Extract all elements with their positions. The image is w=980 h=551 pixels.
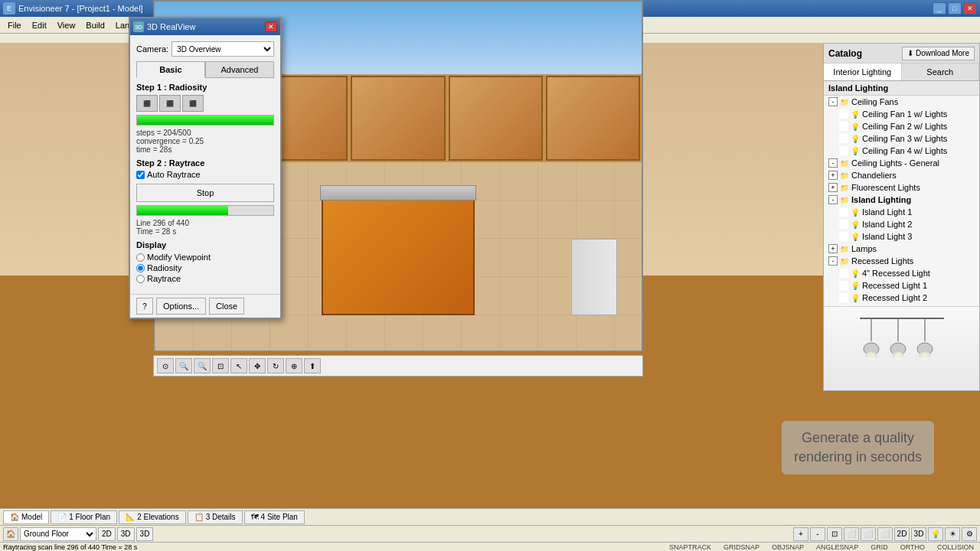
tree-item-0[interactable]: -📁Ceiling Fans [824, 96, 979, 108]
window-controls: _ □ ✕ [933, 2, 977, 15]
status-gridsnap[interactable]: GRIDSNAP [720, 543, 763, 551]
tree-item-2[interactable]: 💡Ceiling Fan 2 w/ Lights [824, 120, 979, 132]
3d-button[interactable]: 3D [117, 527, 135, 541]
tab-elevations-label: 2 Elevations [137, 513, 178, 521]
radio-raytrace-label: Raytrace [147, 274, 181, 283]
select-button[interactable]: ↖ [230, 358, 247, 373]
help-button[interactable]: ? [136, 298, 153, 315]
2d-button[interactable]: 2D [98, 527, 116, 541]
render-overlay: Generate a quality rendering in seconds [782, 421, 934, 474]
tree-expand-13[interactable]: - [828, 256, 838, 266]
tree-item-6[interactable]: +📁Chandeliers [824, 169, 979, 181]
tab-basic[interactable]: Basic [136, 61, 205, 78]
walkthrough-button[interactable]: ⬆ [304, 358, 321, 373]
radio-modify-viewpoint: Modify Viewpoint [136, 253, 274, 262]
status-right: SNAPTRACK GRIDSNAP OBJSNAP ANGLESNAP GRI… [666, 543, 977, 551]
tree-icon-14: 💡 [850, 268, 861, 279]
auto-raytrace-checkbox[interactable] [136, 171, 145, 179]
tab-model[interactable]: 🏠 Model [3, 510, 49, 524]
menu-edit[interactable]: Edit [28, 19, 51, 31]
tab-details[interactable]: 📋 3 Details [188, 510, 243, 524]
zoom-in-toolbar-button[interactable]: + [793, 527, 808, 541]
tree-item-16[interactable]: 💡Recessed Light 2 [824, 292, 979, 304]
tab-site-plan[interactable]: 🗺 4 Site Plan [244, 510, 305, 524]
object-icon-1[interactable]: ⬜ [844, 527, 859, 541]
tree-item-15[interactable]: 💡Recessed Light 1 [824, 279, 979, 292]
status-anglesnap[interactable]: ANGLESNAP [813, 543, 861, 551]
tree-expand-8[interactable]: - [828, 195, 838, 204]
tree-expand-7[interactable]: + [828, 183, 838, 192]
status-collision[interactable]: COLLISION [934, 543, 977, 551]
status-objsnap[interactable]: OBJSNAP [769, 543, 807, 551]
tree-item-7[interactable]: +📁Fluorescent Lights [824, 181, 979, 194]
tree-item-14[interactable]: 💡4" Recessed Light [824, 267, 979, 279]
options-button[interactable]: Options... [156, 298, 206, 315]
perspective-button[interactable]: 3D [136, 527, 154, 541]
tree-label-11: Island Light 3 [862, 232, 912, 241]
light-icon[interactable]: 💡 [928, 527, 943, 541]
camera-select[interactable]: 3D Overview [172, 41, 274, 57]
radio-modify-viewpoint-input[interactable] [136, 253, 145, 262]
step1-info-line3: time = 28s [136, 145, 274, 154]
display-section: Display Modify Viewpoint Radiosity Raytr… [136, 240, 274, 283]
status-snaptrack[interactable]: SNAPTRACK [666, 543, 714, 551]
tab-elevations[interactable]: 📐 2 Elevations [119, 510, 185, 524]
tab-interior-lighting[interactable]: Interior Lighting [824, 64, 902, 80]
minimize-button[interactable]: _ [933, 2, 946, 15]
zoom-fit-button[interactable]: ⊡ [212, 358, 229, 373]
catalog-title: Catalog [828, 48, 862, 59]
maximize-button[interactable]: □ [948, 2, 962, 15]
tree-item-12[interactable]: +📁Lamps [824, 243, 979, 255]
tree-expand-5[interactable]: - [828, 158, 838, 168]
menu-build[interactable]: Build [81, 19, 109, 31]
object-icon-3[interactable]: ⬜ [877, 527, 893, 541]
tree-expand-12[interactable]: + [828, 244, 838, 253]
view-3d-icon[interactable]: 3D [911, 527, 926, 541]
rad-icon-1[interactable]: ⬛ [136, 95, 158, 112]
dialog-body: Camera: 3D Overview Basic Advanced Step … [130, 35, 280, 294]
rotate-button[interactable]: ↻ [267, 358, 284, 373]
tree-item-9[interactable]: 💡Island Light 1 [824, 206, 979, 218]
zoom-in-button[interactable]: 🔍 [175, 358, 192, 373]
orbit-button[interactable]: ⊕ [286, 358, 302, 373]
radio-raytrace-input[interactable] [136, 275, 145, 283]
download-more-button[interactable]: ⬇ Download More [902, 47, 975, 60]
zoom-fit-toolbar-button[interactable]: ⊡ [827, 527, 842, 541]
tree-item-1[interactable]: 💡Ceiling Fan 1 w/ Lights [824, 108, 979, 120]
tree-icon-15: 💡 [850, 280, 861, 291]
status-ortho[interactable]: ORTHO [897, 543, 928, 551]
view-2d-icon[interactable]: 2D [894, 527, 910, 541]
tree-item-8[interactable]: -📁Island Lighting [824, 194, 979, 206]
tree-item-3[interactable]: 💡Ceiling Fan 3 w/ Lights [824, 132, 979, 145]
tree-item-13[interactable]: -📁Recessed Lights [824, 255, 979, 267]
zoom-out-toolbar-button[interactable]: - [810, 527, 825, 541]
radio-radiosity-input[interactable] [136, 264, 145, 272]
dialog-title: 3D RealView [147, 22, 262, 31]
settings-icon[interactable]: ⚙ [962, 527, 977, 541]
tree-expand-6[interactable]: + [828, 171, 838, 180]
tab-floor-plan[interactable]: 📄 1 Floor Plan [51, 510, 117, 524]
progress-bar-2 [137, 206, 228, 215]
object-icon-2[interactable]: ⬜ [861, 527, 876, 541]
status-grid[interactable]: GRID [867, 543, 891, 551]
sun-icon[interactable]: ☀ [945, 527, 960, 541]
tree-item-5[interactable]: -📁Ceiling Lights - General [824, 157, 979, 169]
close-window-button[interactable]: ✕ [963, 2, 977, 15]
rad-icon-2[interactable]: ⬛ [159, 95, 181, 112]
menu-view[interactable]: View [53, 19, 80, 31]
zoom-out-button[interactable]: 🔍 [194, 358, 211, 373]
tree-item-10[interactable]: 💡Island Light 2 [824, 218, 979, 230]
view-home-button[interactable]: ⊙ [157, 358, 174, 373]
dialog-close-button-2[interactable]: Close [209, 298, 244, 315]
tree-item-4[interactable]: 💡Ceiling Fan 4 w/ Lights [824, 145, 979, 157]
tree-item-11[interactable]: 💡Island Light 3 [824, 230, 979, 243]
stop-button[interactable]: Stop [136, 184, 274, 202]
move-button[interactable]: ✥ [249, 358, 266, 373]
dialog-close-button[interactable]: ✕ [265, 21, 277, 32]
tab-search[interactable]: Search [902, 64, 980, 80]
floor-select[interactable]: Ground Floor [20, 527, 96, 541]
menu-file[interactable]: File [3, 19, 26, 31]
tab-advanced[interactable]: Advanced [205, 61, 274, 78]
rad-icon-3[interactable]: ⬛ [182, 95, 204, 112]
tree-expand-0[interactable]: - [828, 97, 838, 106]
